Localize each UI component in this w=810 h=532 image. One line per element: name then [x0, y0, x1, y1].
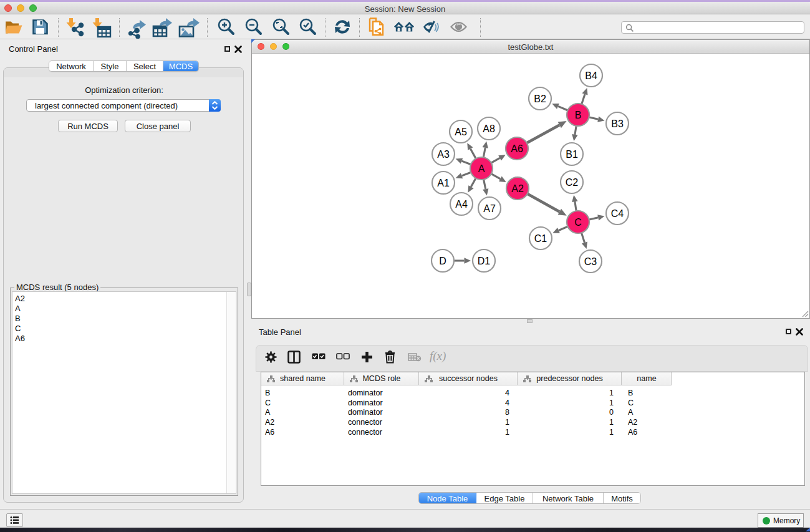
svg-text:C3: C3 — [584, 256, 597, 267]
svg-text:B: B — [575, 110, 582, 120]
svg-text:A3: A3 — [437, 149, 450, 160]
svg-text:C4: C4 — [611, 208, 624, 219]
svg-text:A5: A5 — [455, 127, 467, 137]
svg-text:A7: A7 — [483, 203, 496, 214]
svg-text:B2: B2 — [534, 94, 546, 104]
svg-text:C: C — [574, 217, 582, 228]
svg-text:A4: A4 — [455, 199, 468, 210]
svg-text:C2: C2 — [566, 177, 579, 188]
svg-text:A6: A6 — [511, 143, 523, 154]
svg-text:A1: A1 — [437, 178, 450, 188]
svg-text:A2: A2 — [511, 183, 524, 194]
svg-text:B4: B4 — [585, 70, 597, 81]
svg-text:D: D — [439, 256, 446, 266]
svg-text:A: A — [478, 163, 485, 174]
svg-text:C1: C1 — [534, 233, 547, 244]
svg-text:D1: D1 — [478, 256, 491, 266]
svg-text:B3: B3 — [611, 118, 624, 129]
svg-text:A8: A8 — [483, 123, 495, 134]
svg-text:B1: B1 — [566, 149, 578, 160]
